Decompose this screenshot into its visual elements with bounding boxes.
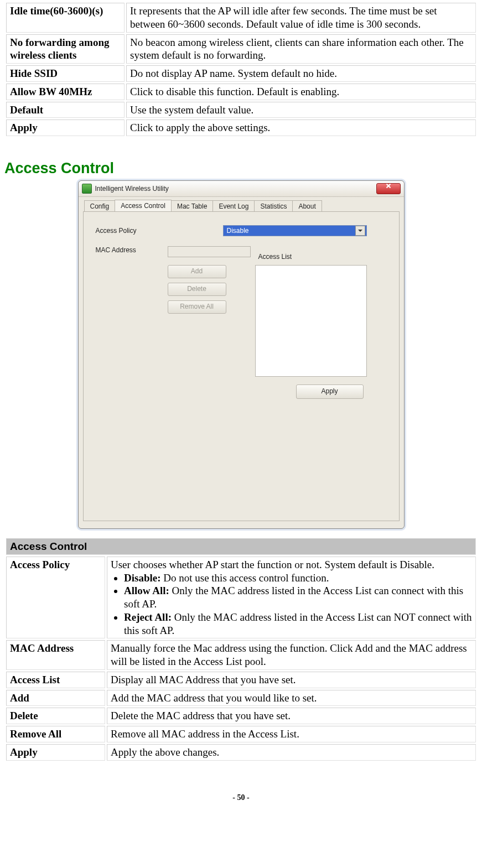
setting-desc: It represents that the AP will idle afte… (126, 3, 476, 33)
setting-key: Idle time(60-3600)(s) (6, 3, 125, 33)
policy-intro: User chooses whether AP start the functi… (111, 559, 434, 570)
setting-desc: Add the MAC address that you would like … (107, 690, 476, 706)
setting-desc: Delete the MAC address that you have set… (107, 708, 476, 724)
table-section-header: Access Control (6, 538, 476, 555)
setting-desc: Do not display AP name. System default n… (126, 65, 476, 82)
label-mac-address: MAC Address (96, 246, 168, 254)
table-row: Apply Apply the above changes. (6, 744, 476, 761)
policy-options-list: Disable: Do not use this access control … (111, 571, 472, 637)
setting-desc: Display all MAC Address that you have se… (107, 672, 476, 688)
table-row: Allow BW 40MHz Click to disable this fun… (6, 84, 476, 100)
option-name: Allow All: (124, 585, 169, 596)
setting-key: Default (6, 102, 125, 118)
dropdown-value: Disable (227, 227, 249, 235)
access-list-box[interactable] (255, 265, 367, 377)
setting-desc: User chooses whether AP start the functi… (107, 557, 476, 639)
mac-address-input[interactable] (168, 246, 251, 257)
setting-key: Delete (6, 708, 105, 724)
table-row: Default Use the system default value. (6, 102, 476, 118)
setting-key: Access List (6, 672, 105, 688)
tab-config[interactable]: Config (84, 200, 116, 212)
setting-key: Apply (6, 119, 125, 136)
settings-table-access: Access Control Access Policy User choose… (4, 537, 478, 762)
option-name: Reject All: (124, 611, 172, 623)
close-icon[interactable] (376, 183, 401, 194)
label-access-list: Access List (258, 253, 292, 261)
option-text: Only the MAC address listed in the Acces… (124, 585, 463, 610)
add-button[interactable]: Add (168, 265, 226, 278)
tab-mac-table[interactable]: Mac Table (171, 200, 213, 212)
tabstrip: Config Access Control Mac Table Event Lo… (79, 197, 404, 211)
setting-key: Apply (6, 744, 105, 761)
tab-statistics[interactable]: Statistics (254, 200, 293, 212)
tab-access-control[interactable]: Access Control (115, 200, 172, 211)
setting-desc: No beacon among wireless client, clients… (126, 34, 476, 64)
list-item: Allow All: Only the MAC address listed i… (124, 584, 472, 611)
table-row: Delete Delete the MAC address that you h… (6, 708, 476, 724)
settings-table-top: Idle time(60-3600)(s) It represents that… (4, 1, 478, 138)
delete-button[interactable]: Delete (168, 283, 226, 296)
setting-desc: Remove all MAC address in the Access Lis… (107, 726, 476, 742)
setting-desc: Use the system default value. (126, 102, 476, 118)
setting-desc: Click to disable this function. Default … (126, 84, 476, 100)
option-name: Disable: (124, 572, 161, 584)
titlebar: Intelligent Wireless Utility (79, 181, 404, 197)
access-policy-dropdown[interactable]: Disable (223, 225, 367, 236)
setting-key: Access Policy (6, 557, 105, 639)
table-row: Idle time(60-3600)(s) It represents that… (6, 3, 476, 33)
setting-key: No forwarding among wireless clients (6, 34, 125, 64)
apply-button[interactable]: Apply (296, 384, 364, 399)
table-row: Access List Display all MAC Address that… (6, 672, 476, 688)
document-page: Idle time(60-3600)(s) It represents that… (0, 0, 482, 824)
table-row: Hide SSID Do not display AP name. System… (6, 65, 476, 82)
remove-all-button[interactable]: Remove All (168, 300, 226, 314)
table-row: No forwarding among wireless clients No … (6, 34, 476, 64)
label-access-policy: Access Policy (96, 227, 168, 235)
setting-key: Hide SSID (6, 65, 125, 82)
screenshot-container: Intelligent Wireless Utility Config Acce… (4, 180, 478, 529)
option-text: Only the MAC address listed in the Acces… (124, 611, 472, 636)
setting-desc: Manually force the Mac address using the… (107, 640, 476, 670)
setting-desc: Click to apply the above settings. (126, 119, 476, 136)
section-heading-access-control: Access Control (4, 160, 478, 177)
setting-key: Add (6, 690, 105, 706)
list-item: Reject All: Only the MAC address listed … (124, 611, 472, 637)
tab-about[interactable]: About (292, 200, 322, 212)
tab-panel-access-control: Access Policy Disable MAC Address Access… (83, 211, 400, 521)
setting-key: Allow BW 40MHz (6, 84, 125, 100)
chevron-down-icon (355, 226, 365, 236)
option-text: Do not use this access control function. (161, 572, 329, 584)
setting-desc: Apply the above changes. (107, 744, 476, 761)
tab-event-log[interactable]: Event Log (213, 200, 255, 212)
table-row: Access Policy User chooses whether AP st… (6, 557, 476, 639)
setting-key: MAC Address (6, 640, 105, 670)
page-number: - 50 - (4, 793, 478, 802)
list-item: Disable: Do not use this access control … (124, 571, 472, 585)
app-window: Intelligent Wireless Utility Config Acce… (78, 180, 405, 529)
table-header-row: Access Control (6, 538, 476, 555)
setting-key: Remove All (6, 726, 105, 742)
table-row: Add Add the MAC address that you would l… (6, 690, 476, 706)
app-icon (82, 184, 92, 194)
table-row: Apply Click to apply the above settings. (6, 119, 476, 136)
window-title: Intelligent Wireless Utility (95, 185, 376, 193)
table-row: Remove All Remove all MAC address in the… (6, 726, 476, 742)
table-row: MAC Address Manually force the Mac addre… (6, 640, 476, 670)
